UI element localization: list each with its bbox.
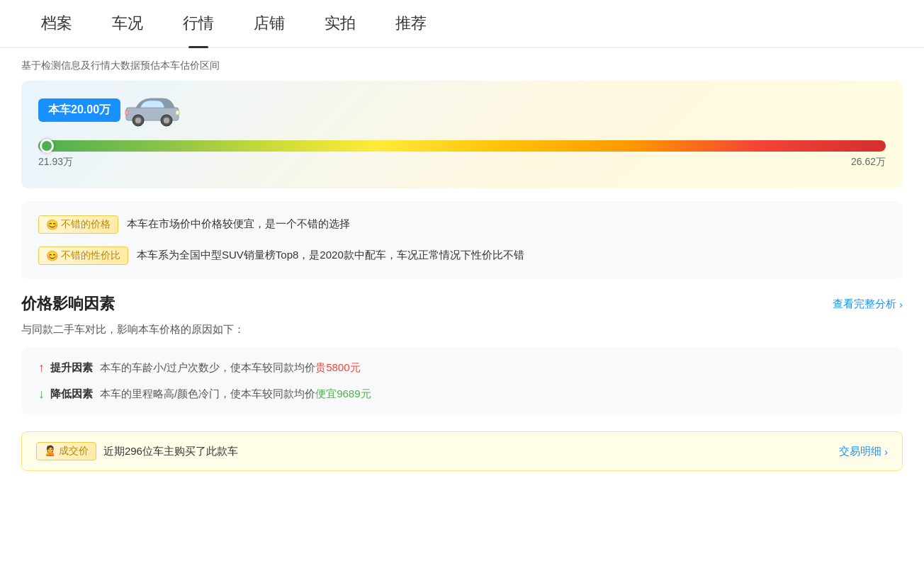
factor-item-up: ↑ 提升因素 本车的车龄小/过户次数少，使本车较同款均价贵5800元	[38, 361, 886, 375]
bar-max-label: 26.62万	[851, 156, 886, 169]
tag-row-price: 😊 不错的价格 本车在市场价中价格较便宜，是一个不错的选择	[38, 215, 886, 234]
svg-rect-5	[176, 110, 179, 115]
arrow-up-icon: ↑	[38, 361, 45, 375]
transaction-detail-link[interactable]: 交易明细 ›	[839, 445, 888, 458]
nav-item-shipai[interactable]: 实拍	[305, 0, 376, 47]
factor-price-up: 贵5800元	[315, 361, 360, 373]
factor-price-down: 便宜9689元	[315, 387, 371, 400]
tags-section: 😊 不错的价格 本车在市场价中价格较便宜，是一个不错的选择 😊 不错的性价比 本…	[21, 201, 903, 279]
bar-min-label: 21.93万	[38, 156, 73, 169]
factor-label-down: 降低因素	[50, 387, 93, 401]
tag-row-value: 😊 不错的性价比 本车系为全国中型SUV销量榜Top8，是2020款中配车，车况…	[38, 246, 886, 265]
gradient-bar-container: 21.93万 26.62万	[38, 140, 886, 169]
nav-item-dangan[interactable]: 档案	[21, 0, 92, 47]
tag-label-price: 不错的价格	[61, 218, 111, 231]
factor-desc-down: 本车的里程略高/颜色冷门，使本车较同款均价便宜9689元	[100, 387, 371, 401]
tag-badge-price: 😊 不错的价格	[38, 215, 118, 234]
transaction-badge: 🙎 成交价	[36, 442, 96, 460]
tag-text-price: 本车在市场价中价格较便宜，是一个不错的选择	[127, 215, 350, 232]
factor-item-down: ↓ 降低因素 本车的里程略高/颜色冷门，使本车较同款均价便宜9689元	[38, 387, 886, 402]
car-image	[120, 92, 184, 128]
arrow-down-icon: ↓	[38, 387, 45, 402]
transaction-link-label: 交易明细	[839, 445, 881, 458]
tag-text-value: 本车系为全国中型SUV销量榜Top8，是2020款中配车，车况正常情况下性价比不…	[137, 246, 524, 264]
factors-header: 价格影响因素 查看完整分析 ›	[21, 293, 903, 314]
chevron-right-icon-transaction: ›	[884, 446, 888, 458]
factors-title: 价格影响因素	[21, 293, 115, 314]
bar-indicator	[40, 139, 54, 153]
transaction-row: 🙎 成交价 近期296位车主购买了此款车 交易明细 ›	[21, 431, 903, 471]
chevron-right-icon: ›	[899, 298, 903, 310]
view-full-analysis-label: 查看完整分析	[833, 298, 896, 311]
nav-item-dianpu[interactable]: 店铺	[234, 0, 305, 47]
view-full-analysis-link[interactable]: 查看完整分析 ›	[833, 298, 903, 311]
factors-box: ↑ 提升因素 本车的车龄小/过户次数少，使本车较同款均价贵5800元 ↓ 降低因…	[21, 348, 903, 414]
navigation-bar: 档案 车况 行情 店铺 实拍 推荐	[0, 0, 924, 48]
main-content: 基于检测信息及行情大数据预估本车估价区间 本车20.00万	[0, 60, 924, 471]
factors-section: 价格影响因素 查看完整分析 › 与同款二手车对比，影响本车价格的原因如下： ↑ …	[21, 293, 903, 414]
person-icon: 🙎	[44, 445, 56, 456]
svg-point-2	[135, 118, 141, 123]
gradient-bar	[38, 140, 886, 152]
nav-item-chekuang[interactable]: 车况	[92, 0, 163, 47]
nav-item-tuijian[interactable]: 推荐	[376, 0, 446, 47]
svg-rect-6	[125, 110, 128, 115]
smiley-icon-1: 😊	[46, 219, 58, 230]
price-card: 本车20.00万	[21, 81, 903, 188]
factor-label-up: 提升因素	[50, 361, 93, 375]
tag-badge-value: 😊 不错的性价比	[38, 246, 128, 265]
nav-item-hangqing[interactable]: 行情	[163, 0, 234, 47]
transaction-text: 近期296位车主购买了此款车	[103, 445, 238, 458]
car-price-row: 本车20.00万	[38, 92, 886, 128]
factors-subtitle: 与同款二手车对比，影响本车价格的原因如下：	[21, 323, 903, 336]
transaction-badge-label: 成交价	[59, 445, 89, 456]
page-subtitle: 基于检测信息及行情大数据预估本车估价区间	[21, 60, 903, 72]
smiley-icon-2: 😊	[46, 250, 58, 261]
factor-desc-up: 本车的车龄小/过户次数少，使本车较同款均价贵5800元	[100, 361, 361, 375]
car-price-badge: 本车20.00万	[38, 98, 120, 122]
tag-label-value: 不错的性价比	[61, 249, 120, 262]
svg-point-4	[164, 118, 169, 123]
transaction-left: 🙎 成交价 近期296位车主购买了此款车	[36, 442, 238, 460]
bar-labels: 21.93万 26.62万	[38, 156, 886, 169]
